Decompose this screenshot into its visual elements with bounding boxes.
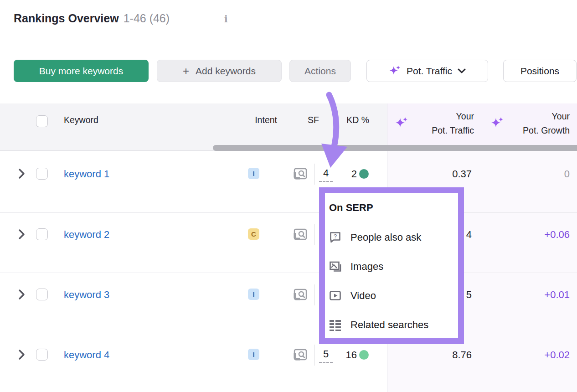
serp-feature-label: Video	[350, 290, 376, 302]
annotation-arrow-icon	[310, 91, 355, 171]
intent-badge: I	[248, 168, 259, 179]
serp-preview-icon[interactable]	[294, 349, 307, 361]
row-separator	[0, 333, 577, 333]
serp-preview-icon[interactable]	[294, 228, 307, 240]
row-checkbox[interactable]	[36, 349, 48, 361]
row-checkbox[interactable]	[36, 289, 48, 300]
keyword-link[interactable]: keyword 1	[64, 168, 109, 180]
result-range: 1-46 (46)	[124, 12, 170, 25]
title-divider	[0, 39, 577, 39]
expand-row-chevron[interactable]	[16, 229, 26, 240]
pot-traffic-value: 8.76	[392, 349, 472, 361]
serp-feature-label: Images	[350, 261, 383, 273]
serp-feature-item: Video	[329, 289, 376, 302]
cell-separator	[314, 284, 314, 305]
page-title: Rankings Overview1-46 (46)	[14, 12, 170, 25]
intent-badge: I	[248, 289, 259, 300]
add-keywords-label: Add keywords	[196, 66, 256, 77]
intent-badge: C	[248, 228, 259, 240]
horizontal-scrollbar[interactable]	[213, 145, 577, 151]
people-also-ask-icon: ?	[329, 231, 341, 243]
column-header-keyword: Keyword	[64, 115, 98, 125]
buy-more-keywords-button[interactable]: Buy more keywords	[14, 60, 149, 82]
actions-button[interactable]: Actions	[289, 60, 351, 82]
column-header-your-pot-traffic: Your Pot. Traffic	[392, 109, 474, 138]
pot-growth-value: 0	[483, 168, 570, 180]
page-title-text: Rankings Overview	[14, 12, 119, 25]
serp-feature-label: People also ask	[350, 232, 421, 243]
pot-growth-label: Pot. Growth	[487, 124, 570, 138]
your-label: Your	[392, 109, 474, 124]
keyword-link[interactable]: keyword 3	[64, 289, 109, 301]
serp-feature-label: Related searches	[350, 319, 428, 331]
expand-row-chevron[interactable]	[16, 349, 26, 360]
row-checkbox[interactable]	[36, 168, 48, 180]
popover-title: On SERP	[329, 202, 373, 214]
images-icon	[329, 260, 341, 273]
expand-row-chevron[interactable]	[16, 289, 26, 300]
on-serp-popover: On SERP ? People also ask Images Video R…	[319, 187, 464, 344]
plus-icon: +	[183, 66, 189, 77]
svg-text:?: ?	[334, 233, 337, 240]
pot-growth-value: +0.02	[483, 349, 570, 361]
keyword-link[interactable]: keyword 2	[64, 229, 109, 241]
serp-feature-item: Related searches	[329, 319, 428, 331]
info-icon[interactable]: i	[224, 14, 228, 25]
your-label: Your	[487, 109, 570, 124]
related-searches-icon	[329, 319, 341, 331]
select-all-checkbox[interactable]	[36, 115, 48, 127]
video-icon	[329, 289, 341, 302]
row-separator	[0, 212, 577, 213]
column-header-intent: Intent	[230, 115, 277, 125]
cell-separator	[314, 224, 314, 245]
kd-difficulty-dot	[359, 169, 369, 179]
chevron-down-icon	[458, 68, 466, 74]
pot-growth-value: +0.06	[483, 229, 570, 241]
serp-feature-item: ? People also ask	[329, 231, 421, 243]
pot-traffic-dropdown-label: Pot. Traffic	[407, 66, 452, 77]
kd-difficulty-dot	[359, 350, 369, 360]
intent-badge: I	[248, 349, 259, 360]
sparkle-icon	[389, 65, 401, 77]
positions-button[interactable]: Positions	[503, 60, 577, 82]
pot-traffic-value: 0.37	[392, 168, 472, 180]
add-keywords-button[interactable]: + Add keywords	[157, 60, 282, 82]
cell-separator	[314, 345, 314, 366]
column-header-your-pot-growth: Your Pot. Growth	[487, 109, 570, 138]
row-checkbox[interactable]	[36, 228, 48, 240]
keyword-link[interactable]: keyword 4	[64, 349, 109, 361]
pot-traffic-label: Pot. Traffic	[392, 124, 474, 138]
serp-feature-item: Images	[329, 260, 383, 273]
kd-value: 16	[325, 349, 357, 361]
serp-preview-icon[interactable]	[294, 289, 307, 300]
pot-growth-value: +0.01	[483, 289, 570, 301]
pot-traffic-dropdown[interactable]: Pot. Traffic	[366, 60, 488, 82]
serp-preview-icon[interactable]	[294, 168, 307, 180]
row-separator	[0, 273, 577, 273]
expand-row-chevron[interactable]	[16, 168, 26, 179]
